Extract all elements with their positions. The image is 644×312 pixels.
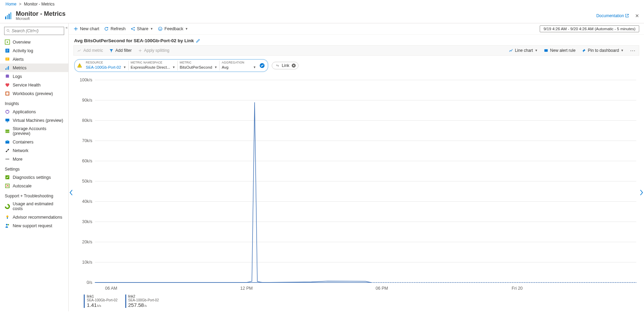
sidebar-item-autoscale[interactable]: Autoscale [0, 182, 68, 190]
svg-rect-3 [10, 12, 11, 19]
nav-label: Metrics [13, 66, 26, 70]
nav-icon [5, 183, 10, 188]
metric-dropdown[interactable]: BitsOutPerSecond▼ [180, 64, 218, 70]
svg-point-26 [7, 159, 8, 159]
svg-point-33 [6, 224, 8, 226]
plus-icon [73, 26, 78, 31]
sidebar-item-advisor-recommendations[interactable]: Advisor recommendations [0, 213, 68, 221]
refresh-button[interactable]: Refresh [104, 26, 126, 31]
svg-text:10k/s: 10k/s [82, 259, 92, 265]
sidebar-item-network[interactable]: Network [0, 146, 68, 155]
svg-rect-10 [5, 68, 6, 70]
legend-value: 257.58 [128, 302, 144, 308]
sidebar-item-service-health[interactable]: Service Health [0, 81, 68, 89]
add-filter-button[interactable]: Add filter [108, 47, 133, 54]
sidebar-item-containers[interactable]: Containers [0, 138, 68, 146]
svg-text:80k/s: 80k/s [82, 118, 92, 123]
new-alert-button[interactable]: New alert rule [542, 47, 577, 54]
nav-label: Advisor recommendations [13, 215, 62, 220]
nav-label: New support request [13, 223, 52, 228]
svg-text:0/s: 0/s [86, 280, 92, 285]
breadcrumb-separator: > [19, 2, 21, 7]
svg-rect-2 [9, 14, 10, 19]
svg-text:20k/s: 20k/s [82, 239, 92, 244]
time-range-picker[interactable]: 9/19 4:26 AM - 9/20 4:26 AM (Automatic -… [540, 25, 639, 32]
metrics-toolbar: New chart Refresh Share ▼ Feedback ▼ 9/1… [69, 23, 644, 35]
nav-icon [5, 65, 10, 70]
search-input[interactable] [12, 28, 62, 33]
nav-icon [5, 139, 10, 145]
svg-text:100k/s: 100k/s [80, 77, 92, 82]
chart-area[interactable]: 0/s10k/s20k/s30k/s40k/s50k/s60k/s70k/s80… [73, 76, 641, 292]
nav-label: Applications [13, 109, 36, 114]
sidebar-item-more[interactable]: More [0, 155, 68, 163]
split-by-pill[interactable]: Link [272, 62, 298, 69]
legend-item-link2[interactable]: link2 SEA-100Gb-Port-02 257.58/s [125, 294, 159, 308]
svg-rect-20 [7, 122, 8, 122]
aggregation-label: AGGREGATION [222, 61, 256, 64]
remove-split-icon[interactable] [291, 63, 296, 68]
chevron-down-icon: ▼ [123, 66, 126, 69]
svg-rect-21 [5, 129, 9, 132]
namespace-label: METRIC NAMESPACE [131, 61, 175, 64]
nav-icon [5, 91, 10, 96]
nav-icon [5, 215, 10, 220]
documentation-link[interactable]: Documentation [596, 13, 629, 18]
split-icon [138, 48, 142, 53]
legend-resource: SEA-100Gb-Port-02 [128, 298, 159, 302]
sidebar-item-metrics[interactable]: Metrics [0, 63, 68, 72]
chart-title: Avg BitsOutPerSecond for SEA-100Gb-Port-… [74, 38, 194, 43]
check-circle-icon[interactable] [259, 63, 265, 68]
apply-splitting-button[interactable]: Apply splitting [137, 47, 171, 54]
namespace-dropdown[interactable]: ExpressRoute Direct...▼ [131, 64, 175, 70]
nav-label: Diagnostics settings [13, 175, 51, 180]
section-support: Support + Troubleshooting [0, 190, 68, 200]
aggregation-dropdown[interactable]: Avg▼ [222, 64, 256, 70]
metric-label: METRIC [180, 61, 218, 64]
more-options-icon[interactable]: ⋯ [629, 47, 637, 54]
close-icon[interactable]: ✕ [634, 12, 641, 20]
svg-line-5 [9, 31, 10, 32]
svg-rect-0 [5, 16, 6, 19]
sidebar-item-storage-accounts-preview-[interactable]: Storage Accounts (preview) [0, 125, 68, 138]
sidebar-item-virtual-machines-preview-[interactable]: Virtual Machines (preview) [0, 116, 68, 125]
svg-text:70k/s: 70k/s [82, 138, 92, 143]
nav-label: Service Health [13, 83, 40, 88]
share-button[interactable]: Share ▼ [130, 26, 153, 31]
sidebar-item-workbooks-preview-[interactable]: Workbooks (preview) [0, 89, 68, 98]
sidebar-item-diagnostics-settings[interactable]: Diagnostics settings [0, 173, 68, 182]
edit-icon[interactable] [196, 38, 200, 43]
resource-dropdown[interactable]: SEA-100Gb-Port-02▼ [86, 64, 126, 70]
sidebar-item-new-support-request[interactable]: New support request [0, 221, 68, 230]
chart-type-dropdown[interactable]: Line chart ▼ [507, 47, 539, 54]
breadcrumb-home[interactable]: Home [5, 2, 16, 7]
page-subtitle: Microsoft [16, 17, 66, 21]
search-input-wrapper[interactable] [4, 27, 64, 35]
svg-rect-9 [5, 58, 9, 60]
svg-rect-38 [79, 65, 80, 66]
nav-icon [5, 204, 10, 209]
new-chart-button[interactable]: New chart [73, 26, 99, 31]
feedback-button[interactable]: Feedback ▼ [158, 26, 188, 31]
nav-label: Logs [13, 74, 22, 79]
sidebar-item-applications[interactable]: Applications [0, 107, 68, 116]
svg-rect-32 [7, 217, 8, 219]
svg-point-4 [7, 30, 9, 32]
chart-legend: link1 SEA-100Gb-Port-02 1.41k/slink2 SEA… [69, 292, 644, 311]
breadcrumb-current: Monitor - Metrics [24, 2, 55, 7]
sidebar-item-alerts[interactable]: Alerts [0, 55, 68, 63]
nav-label: Storage Accounts (preview) [13, 126, 63, 136]
sidebar-item-usage-and-estimated-costs[interactable]: Usage and estimated costs [0, 200, 68, 213]
svg-text:60k/s: 60k/s [82, 158, 92, 163]
pin-dashboard-button[interactable]: Pin to dashboard ▼ [580, 47, 625, 54]
sidebar-item-overview[interactable]: Overview [0, 38, 68, 46]
collapse-sidebar-icon[interactable]: « [66, 25, 68, 30]
sidebar-item-activity-log[interactable]: Activity log [0, 46, 68, 55]
nav-icon [5, 175, 10, 180]
add-metric-button[interactable]: Add metric [76, 47, 104, 54]
sidebar-item-logs[interactable]: Logs [0, 72, 68, 81]
nav-icon [5, 129, 10, 134]
page-header: Monitor - Metrics Microsoft Documentatio… [0, 8, 644, 23]
svg-text:30k/s: 30k/s [82, 219, 92, 224]
legend-item-link1[interactable]: link1 SEA-100Gb-Port-02 1.41k/s [84, 294, 118, 308]
